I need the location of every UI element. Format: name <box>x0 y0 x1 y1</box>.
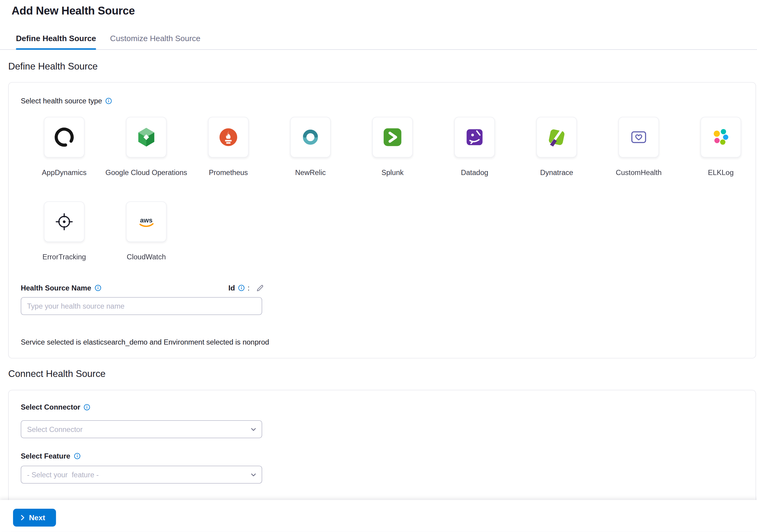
tab-bar: Define Health Source Customize Health So… <box>0 27 757 50</box>
source-item: CustomHealth <box>598 117 680 176</box>
next-button-label: Next <box>29 513 45 522</box>
source-card-splunk[interactable] <box>372 117 413 157</box>
elklog-icon <box>710 127 731 148</box>
connect-section-heading: Connect Health Source <box>8 368 106 379</box>
dynatrace-icon <box>546 127 567 148</box>
info-icon[interactable] <box>74 453 80 459</box>
connector-select-input[interactable] <box>21 420 262 438</box>
source-label: Prometheus <box>209 168 248 176</box>
source-card-datadog[interactable] <box>454 117 495 157</box>
source-item: NewRelic <box>269 117 351 176</box>
page-title: Add New Health Source <box>12 4 135 17</box>
source-item: aws CloudWatch <box>105 201 187 261</box>
errortracking-icon <box>53 211 75 232</box>
select-source-type-label-row: Select health source type <box>21 97 112 105</box>
define-section-heading: Define Health Source <box>8 61 98 72</box>
datadog-icon <box>464 127 485 148</box>
id-group: Id : <box>228 284 264 292</box>
google-cloud-operations-icon <box>136 127 157 148</box>
source-label: ErrorTracking <box>42 253 86 261</box>
health-source-name-label-row: Health Source Name <box>21 284 102 292</box>
source-label: CustomHealth <box>616 168 661 176</box>
select-feature-label: Select Feature <box>21 452 70 460</box>
source-label: Dynatrace <box>540 168 573 176</box>
source-label: NewRelic <box>295 168 326 176</box>
add-health-source-page: Add New Health Source Define Health Sour… <box>0 0 757 532</box>
source-card-cloudwatch[interactable]: aws <box>126 201 167 242</box>
source-label: Splunk <box>381 168 404 176</box>
select-connector-label: Select Connector <box>21 403 80 411</box>
health-source-name-label: Health Source Name <box>21 284 91 292</box>
footer-bar: Next <box>0 500 757 532</box>
feature-select-input[interactable] <box>21 466 262 484</box>
source-item: ErrorTracking <box>23 201 106 261</box>
appdynamics-icon <box>53 127 75 148</box>
source-label: Datadog <box>461 168 488 176</box>
customhealth-icon <box>628 127 649 148</box>
select-connector-label-row: Select Connector <box>21 403 91 411</box>
source-item: Datadog <box>434 117 516 176</box>
tab-customize-health-source[interactable]: Customize Health Source <box>110 27 200 49</box>
info-icon[interactable] <box>238 284 245 291</box>
info-icon[interactable] <box>84 403 90 410</box>
newrelic-icon <box>300 127 321 148</box>
source-card-newrelic[interactable] <box>290 117 331 157</box>
source-card-prometheus[interactable] <box>208 117 249 157</box>
chevron-right-icon <box>19 515 26 521</box>
source-card-elklog[interactable] <box>701 117 741 157</box>
info-icon[interactable] <box>106 97 112 104</box>
next-button[interactable]: Next <box>13 509 56 527</box>
source-item: Prometheus <box>187 117 269 176</box>
source-label: CloudWatch <box>127 253 166 261</box>
source-item: Google Cloud Operations <box>105 117 187 176</box>
source-card-appdynamics[interactable] <box>44 117 84 157</box>
define-health-source-panel: Select health source type AppDynamics <box>8 82 756 359</box>
source-item: AppDynamics <box>23 117 106 176</box>
splunk-icon <box>382 127 403 148</box>
select-source-type-label: Select health source type <box>21 97 102 105</box>
service-environment-text: Service selected is elasticsearch_demo a… <box>21 338 269 346</box>
source-item: Dynatrace <box>516 117 598 176</box>
svg-text:aws: aws <box>140 217 153 224</box>
source-card-dynatrace[interactable] <box>536 117 577 157</box>
source-label: Google Cloud Operations <box>106 168 187 176</box>
feature-select[interactable] <box>21 466 262 484</box>
source-item: ELKLog <box>680 117 757 176</box>
id-colon: : <box>248 284 250 292</box>
select-feature-label-row: Select Feature <box>21 452 80 460</box>
source-label: AppDynamics <box>42 168 87 176</box>
id-label: Id <box>228 284 235 292</box>
source-card-errortracking[interactable] <box>44 201 84 242</box>
source-item: Splunk <box>351 117 434 176</box>
source-label: ELKLog <box>708 168 734 176</box>
edit-pencil-icon[interactable] <box>257 284 264 292</box>
info-icon[interactable] <box>95 284 101 291</box>
prometheus-icon <box>218 127 239 148</box>
health-source-type-grid: AppDynamics Google Cloud Operations Prom… <box>23 117 757 286</box>
connector-select[interactable] <box>21 420 262 438</box>
health-source-name-input[interactable] <box>21 297 262 315</box>
cloudwatch-aws-icon: aws <box>136 211 157 232</box>
source-card-google-cloud-operations[interactable] <box>126 117 167 157</box>
tab-define-health-source[interactable]: Define Health Source <box>16 27 96 49</box>
source-card-customhealth[interactable] <box>618 117 659 157</box>
